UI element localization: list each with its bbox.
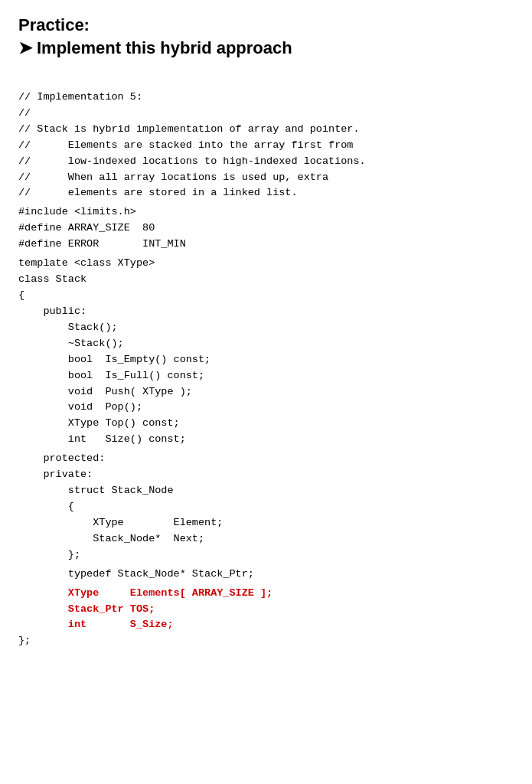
code-line: // When all array locations is used up, … [18,170,514,186]
code-line: // Elements are stacked into the array f… [18,138,514,154]
red-code: int S_Size; [18,619,174,630]
code-line: void Pop(); [18,400,514,416]
code-line: protected: [18,451,514,467]
code-line: class Stack [18,272,514,288]
code-line: }; [18,547,514,564]
code-line: XType Element; [18,515,514,531]
code-line: int S_Size; [18,617,514,633]
code-line: // low-indexed locations to high-indexed… [18,154,514,170]
code-line: // [18,106,514,122]
code-line: void Push( XType ); [18,384,514,400]
code-line: ~Stack(); [18,336,514,352]
code-line: int Size() const; [18,432,514,448]
code-line: Stack(); [18,320,514,336]
arrow-icon: ➤ [18,38,32,58]
code-line: struct Stack_Node [18,483,514,499]
code-line: }; [18,633,514,649]
red-code: XType Elements[ ARRAY_SIZE ]; [18,587,273,599]
code-line: { [18,499,514,515]
subtitle-text: Implement this hybrid approach [37,38,292,58]
code-line: private: [18,467,514,483]
code-line: XType Top() const; [18,416,514,432]
code-line: // elements are stored in a linked list. [18,185,514,201]
code-line: XType Elements[ ARRAY_SIZE ]; [18,586,514,602]
code-line: bool Is_Full() const; [18,368,514,384]
code-line: #define ARRAY_SIZE 80 [18,220,514,237]
code-line: public: [18,304,514,320]
code-line: bool Is_Empty() const; [18,352,514,368]
code-line: Stack_Node* Next; [18,531,514,547]
code-line: #define ERROR INT_MIN [18,237,514,253]
code-line: template <class XType> [18,256,514,272]
code-line: // Implementation 5: [18,90,514,106]
code-line: { [18,288,514,304]
subtitle: ➤ Implement this hybrid approach [18,38,514,58]
code-line: Stack_Ptr TOS; [18,602,514,618]
code-line: typedef Stack_Node* Stack_Ptr; [18,567,514,583]
header-section: Practice: ➤ Implement this hybrid approa… [18,15,514,58]
code-line: #include <limits.h> [18,204,514,220]
code-line: // Stack is hybrid implementation of arr… [18,122,514,138]
code-block: // Implementation 5://// Stack is hybrid… [18,74,514,649]
red-code: Stack_Ptr TOS; [18,603,155,615]
practice-label: Practice: [18,15,514,35]
